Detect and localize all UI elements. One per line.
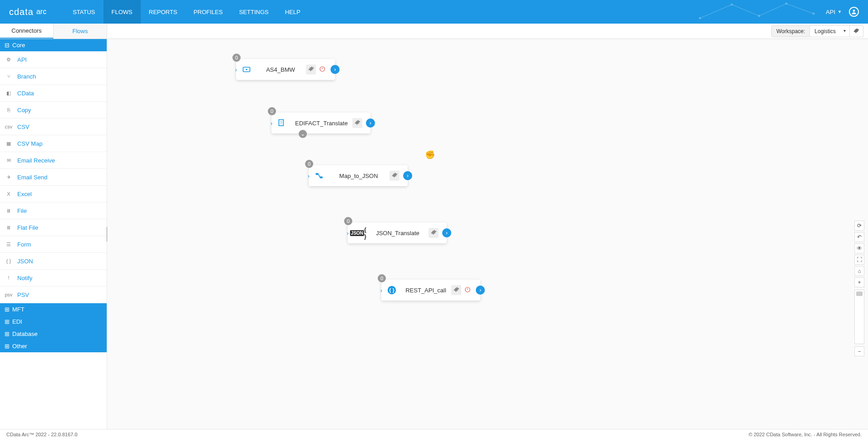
category-label: Core bbox=[12, 42, 25, 49]
svg-point-9 bbox=[853, 10, 855, 12]
workspace-select[interactable]: Logistics bbox=[810, 25, 850, 37]
node-settings-button[interactable] bbox=[306, 64, 316, 74]
connector-api[interactable]: ⚙API bbox=[0, 51, 107, 68]
connector-label: CSV Map bbox=[17, 140, 43, 147]
expand-icon: ⊞ bbox=[5, 343, 10, 350]
connector-label: JSON bbox=[17, 258, 33, 265]
connector-form[interactable]: ☰Form bbox=[0, 236, 107, 253]
expand-icon: ⊞ bbox=[5, 318, 10, 325]
gear-icon bbox=[853, 28, 859, 34]
refresh-button[interactable]: ⟳ bbox=[854, 221, 864, 231]
connector-label: Copy bbox=[17, 107, 31, 113]
sidebar-category-database[interactable]: ⊞Database bbox=[0, 328, 107, 340]
chevron-right-icon: › bbox=[446, 230, 448, 236]
view-button[interactable]: 👁 bbox=[854, 243, 864, 253]
tab-flows-label: Flows bbox=[73, 28, 88, 35]
zoom-in-button[interactable]: + bbox=[854, 277, 864, 287]
connector-file[interactable]: 🗎File bbox=[0, 202, 107, 219]
user-menu[interactable] bbox=[849, 7, 859, 17]
refresh-icon: ⟳ bbox=[857, 222, 862, 229]
nav-item-status[interactable]: STATUS bbox=[64, 0, 103, 24]
undo-icon: ↶ bbox=[857, 234, 862, 240]
node-output-port[interactable]: › bbox=[476, 286, 485, 295]
connector-email-receive[interactable]: ✉Email Receive bbox=[0, 152, 107, 169]
svg-line-2 bbox=[759, 4, 786, 16]
connector-cdata[interactable]: ◧CData bbox=[0, 85, 107, 102]
error-icon bbox=[464, 286, 471, 294]
nav-item-help[interactable]: HELP bbox=[277, 0, 309, 24]
home-button[interactable]: ⌂ bbox=[854, 266, 864, 276]
flow-node-n4[interactable]: 0›JSON{ }JSON_Translate› bbox=[348, 222, 447, 243]
connector-copy[interactable]: ⎘Copy bbox=[0, 102, 107, 118]
tab-flows[interactable]: Flows bbox=[54, 24, 107, 39]
tab-connectors[interactable]: Connectors bbox=[0, 24, 54, 39]
flow-node-n3[interactable]: 0›Map_to_JSON› bbox=[309, 165, 408, 186]
zoom-slider[interactable] bbox=[854, 290, 864, 344]
zoom-out-button[interactable]: − bbox=[854, 346, 864, 356]
node-input-port[interactable]: › bbox=[305, 173, 312, 179]
nav-item-profiles[interactable]: PROFILES bbox=[185, 0, 231, 24]
connector-excel[interactable]: XExcel bbox=[0, 186, 107, 202]
svg-rect-18 bbox=[320, 177, 323, 178]
node-output-port[interactable]: › bbox=[442, 228, 451, 237]
connector-label: Flat File bbox=[17, 224, 38, 231]
connector-label: Form bbox=[17, 241, 31, 248]
node-expand-button[interactable]: ⌄ bbox=[299, 130, 307, 138]
workspace-settings-button[interactable] bbox=[850, 25, 863, 37]
node-settings-button[interactable] bbox=[451, 285, 461, 295]
node-output-port[interactable]: › bbox=[403, 171, 412, 180]
node-error-indicator[interactable] bbox=[318, 65, 327, 74]
api-dropdown-label: API bbox=[826, 9, 835, 15]
sidebar-category-core[interactable]: ⊟Core bbox=[0, 39, 107, 51]
connector-email-send[interactable]: ✈Email Send bbox=[0, 169, 107, 186]
connector-label: Notify bbox=[17, 275, 32, 281]
svg-line-0 bbox=[700, 5, 732, 18]
node-settings-button[interactable] bbox=[352, 118, 362, 128]
connector-csv-map[interactable]: ▦CSV Map bbox=[0, 135, 107, 152]
nav-item-reports[interactable]: REPORTS bbox=[141, 0, 186, 24]
node-type-icon bbox=[277, 118, 287, 128]
sidebar-category-other[interactable]: ⊞Other bbox=[0, 340, 107, 352]
node-input-port[interactable]: › bbox=[378, 287, 385, 294]
caret-down-icon: ▼ bbox=[838, 10, 842, 14]
sidebar-category-edi[interactable]: ⊞EDI bbox=[0, 316, 107, 328]
emailin-icon: ✉ bbox=[5, 156, 13, 164]
node-input-port[interactable]: › bbox=[268, 120, 275, 127]
node-label: JSON_Translate bbox=[367, 230, 429, 237]
chevron-right-icon: › bbox=[479, 287, 481, 293]
form-icon: ☰ bbox=[5, 240, 13, 248]
fit-button[interactable]: ⛶ bbox=[854, 255, 864, 265]
sidebar-category-mft[interactable]: ⊞MFT bbox=[0, 303, 107, 316]
api-dropdown[interactable]: API ▼ bbox=[826, 9, 842, 15]
svg-line-3 bbox=[786, 4, 814, 14]
flow-node-n2[interactable]: 0›EDIFACT_Translate›⌄ bbox=[271, 113, 370, 133]
flow-canvas[interactable]: ✊ ⟳ ↶ 👁 ⛶ ⌂ + − 0›AS4_BMW›0›EDIFACT_Tran… bbox=[107, 39, 868, 429]
flow-node-n5[interactable]: 0›{ }REST_API_call› bbox=[381, 280, 480, 301]
sidebar-scroll[interactable]: ⊟Core⚙API⑂Branch◧CData⎘CopycsvCSV▦CSV Ma… bbox=[0, 39, 107, 429]
connector-label: CData bbox=[17, 90, 34, 97]
nav-item-flows[interactable]: FLOWS bbox=[104, 0, 141, 24]
connector-csv[interactable]: csvCSV bbox=[0, 118, 107, 135]
nav-item-settings[interactable]: SETTINGS bbox=[231, 0, 277, 24]
node-settings-button[interactable] bbox=[390, 171, 399, 181]
gear-icon bbox=[431, 229, 437, 237]
emailout-icon: ✈ bbox=[5, 173, 13, 181]
svg-line-1 bbox=[732, 5, 759, 16]
connector-psv[interactable]: psvPSV bbox=[0, 286, 107, 303]
undo-button[interactable]: ↶ bbox=[854, 232, 864, 242]
node-error-indicator[interactable] bbox=[463, 286, 472, 295]
connector-json[interactable]: { }JSON bbox=[0, 253, 107, 270]
cdata-icon: ◧ bbox=[5, 89, 13, 97]
connector-flat-file[interactable]: 🗎Flat File bbox=[0, 219, 107, 236]
node-output-port[interactable]: › bbox=[366, 118, 375, 128]
node-input-port[interactable]: › bbox=[232, 66, 240, 73]
node-output-port[interactable]: › bbox=[330, 65, 340, 74]
connector-branch[interactable]: ⑂Branch bbox=[0, 68, 107, 85]
flow-node-n1[interactable]: 0›AS4_BMW› bbox=[236, 59, 335, 80]
node-settings-button[interactable] bbox=[429, 228, 439, 238]
gear-icon bbox=[392, 172, 398, 179]
sub-tabs-left: Connectors Flows bbox=[0, 24, 107, 39]
zoom-slider-thumb[interactable] bbox=[856, 291, 863, 296]
connector-notify[interactable]: !Notify bbox=[0, 270, 107, 286]
chevron-right-icon: › bbox=[235, 66, 237, 73]
